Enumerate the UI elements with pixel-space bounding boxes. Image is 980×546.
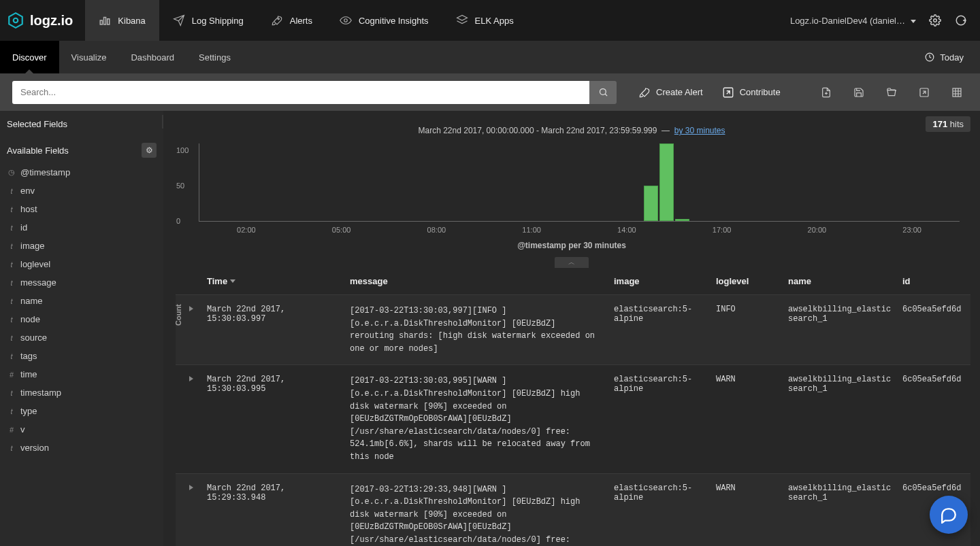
interval-link[interactable]: by 30 minutes xyxy=(674,126,725,135)
svg-rect-4 xyxy=(108,19,110,24)
col-image[interactable]: image xyxy=(614,276,716,286)
cell-name: awselkbilling_elasticsearch_1 xyxy=(788,305,902,355)
field-label: source xyxy=(20,332,47,343)
cell-id: 6c05ea5efd6d xyxy=(902,305,970,355)
layers-icon xyxy=(456,14,468,27)
nav-elk-apps[interactable]: ELK Apps xyxy=(442,0,527,41)
text-type-icon: t xyxy=(8,279,15,287)
text-type-icon: t xyxy=(8,205,15,214)
tab-dashboard[interactable]: Dashboard xyxy=(118,41,186,73)
field-item[interactable]: tnode xyxy=(0,310,163,328)
chart-bars-icon xyxy=(99,14,111,27)
field-item[interactable]: ◷@timestamp xyxy=(0,163,163,182)
tab-discover[interactable]: Discover xyxy=(0,41,59,73)
nav-cognitive[interactable]: Cognitive Insights xyxy=(326,0,442,41)
results-table: Time message image loglevel name id Marc… xyxy=(163,268,980,546)
search-box xyxy=(12,81,589,104)
cell-time: March 22nd 2017, 15:30:03.997 xyxy=(207,305,350,355)
cell-loglevel: WARN xyxy=(716,375,788,463)
field-item[interactable]: tloglevel xyxy=(0,255,163,273)
field-item[interactable]: thost xyxy=(0,200,163,218)
field-item[interactable]: tmessage xyxy=(0,273,163,292)
field-item[interactable]: ttimestamp xyxy=(0,383,163,402)
field-label: time xyxy=(20,369,37,379)
expand-row-icon[interactable] xyxy=(176,375,207,463)
new-doc-icon[interactable] xyxy=(819,86,833,99)
grid-icon[interactable] xyxy=(950,86,964,99)
expand-row-icon[interactable] xyxy=(176,483,207,546)
text-type-icon: t xyxy=(8,187,15,195)
col-id[interactable]: id xyxy=(902,276,970,286)
chat-icon xyxy=(940,506,958,524)
field-label: id xyxy=(20,222,27,233)
selected-fields-header: Selected Fields xyxy=(0,111,163,135)
field-item[interactable]: ttype xyxy=(0,402,163,420)
svg-point-5 xyxy=(278,18,279,20)
field-label: env xyxy=(20,186,35,196)
collapse-chart-icon[interactable]: ︿ xyxy=(555,257,589,268)
number-type-icon: # xyxy=(8,426,15,434)
nav-label: Kibana xyxy=(118,16,145,26)
svg-point-6 xyxy=(344,19,348,22)
col-time[interactable]: Time xyxy=(207,276,350,286)
eye-icon xyxy=(340,14,352,27)
number-type-icon: # xyxy=(8,371,15,379)
field-item[interactable]: tname xyxy=(0,292,163,310)
col-loglevel[interactable]: loglevel xyxy=(716,276,788,286)
field-item[interactable]: tenv xyxy=(0,182,163,200)
cell-message: [2017-03-22T13:30:03,997][INFO ][o.e.c.r… xyxy=(350,305,614,355)
col-name[interactable]: name xyxy=(788,276,902,286)
logout-icon[interactable] xyxy=(954,14,968,27)
histogram-chart[interactable]: 050100 xyxy=(199,143,960,222)
field-item[interactable]: ttags xyxy=(0,347,163,365)
field-filter-gear-icon[interactable]: ⚙ xyxy=(142,143,157,158)
search-icon xyxy=(598,87,608,97)
field-label: @timestamp xyxy=(20,167,70,177)
svg-point-11 xyxy=(600,89,606,95)
cell-loglevel: INFO xyxy=(716,305,788,355)
chat-fab[interactable] xyxy=(930,496,968,534)
collapse-sidebar-icon[interactable]: ◀ xyxy=(162,115,163,129)
nav-label: Log Shipping xyxy=(192,16,244,26)
share-icon[interactable] xyxy=(917,86,931,99)
field-item[interactable]: #v xyxy=(0,420,163,439)
text-type-icon: t xyxy=(8,224,15,232)
settings-gear-icon[interactable] xyxy=(928,14,942,27)
table-row: March 22nd 2017, 15:29:33.948[2017-03-22… xyxy=(176,473,970,546)
clock-icon xyxy=(925,52,934,62)
hits-badge: 171 hits xyxy=(926,116,970,132)
save-icon[interactable] xyxy=(852,86,866,99)
cell-id: 6c05ea5efd6d xyxy=(902,375,970,463)
cell-message: [2017-03-22T13:30:03,995][WARN ][o.e.c.r… xyxy=(350,375,614,463)
tab-visualize[interactable]: Visualize xyxy=(59,41,119,73)
field-label: loglevel xyxy=(20,259,50,269)
y-axis-label: Count xyxy=(174,304,182,326)
field-item[interactable]: timage xyxy=(0,237,163,255)
field-item[interactable]: tversion xyxy=(0,439,163,457)
svg-marker-7 xyxy=(457,16,467,21)
tab-settings[interactable]: Settings xyxy=(186,41,243,73)
account-menu[interactable]: Logz.io-DanielDev4 (daniel… xyxy=(790,16,916,26)
text-type-icon: t xyxy=(8,407,15,415)
create-alert[interactable]: Create Alert xyxy=(638,86,703,99)
field-item[interactable]: #time xyxy=(0,365,163,383)
nav-log-shipping[interactable]: Log Shipping xyxy=(159,0,257,41)
open-folder-icon[interactable] xyxy=(885,86,898,99)
cell-name: awselkbilling_elasticsearch_1 xyxy=(788,483,902,546)
contribute[interactable]: Contribute xyxy=(722,86,781,99)
brand-logo[interactable]: logz.io xyxy=(7,12,73,29)
fields-sidebar: ◀ Selected Fields Available Fields ⚙ ◷@t… xyxy=(0,111,163,546)
col-message[interactable]: message xyxy=(350,276,614,286)
nav-kibana[interactable]: Kibana xyxy=(85,0,159,41)
cell-image: elasticsearch:5-alpine xyxy=(614,305,716,355)
nav-label: ELK Apps xyxy=(475,16,514,26)
nav-alerts[interactable]: Alerts xyxy=(257,0,326,41)
time-picker[interactable]: Today xyxy=(925,52,964,63)
field-item[interactable]: tid xyxy=(0,218,163,237)
sort-desc-icon xyxy=(230,279,235,283)
search-button[interactable] xyxy=(589,81,617,104)
search-input[interactable] xyxy=(12,81,589,104)
cell-time: March 22nd 2017, 15:30:03.995 xyxy=(207,375,350,463)
rocket-icon xyxy=(271,14,283,27)
field-item[interactable]: tsource xyxy=(0,328,163,347)
